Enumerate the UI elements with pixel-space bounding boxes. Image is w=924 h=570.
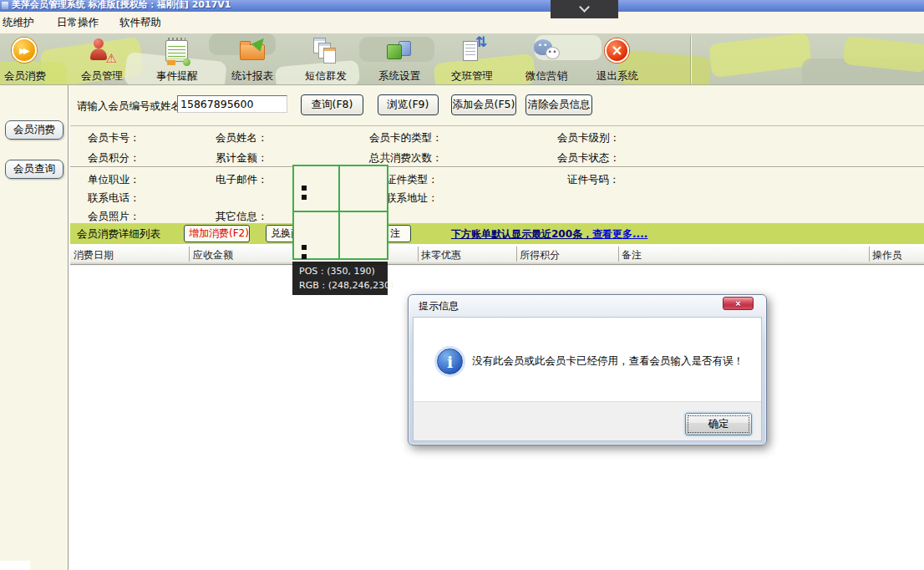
sms-stack-icon <box>310 36 342 68</box>
dialog-body: i 没有此会员或此会员卡已经停用，查看会员输入是否有误！ 确定 <box>413 317 762 441</box>
col-remark[interactable]: 备注 <box>622 248 642 262</box>
col-rounding-discount[interactable]: 抹零优惠 <box>421 248 461 262</box>
dialog-message: 没有此会员或此会员卡已经停用，查看会员输入是否有误！ <box>472 354 752 368</box>
toolbar-item-system-settings[interactable]: 系统设置 <box>366 33 433 85</box>
toolbar: ▶▶ 会员消费 ⚠ 会员管理 事件提醒 统计报表 <box>0 33 924 85</box>
window-icon <box>2 2 8 9</box>
menu-daily-operation[interactable]: 日常操作 <box>57 16 99 30</box>
dialog-close-button[interactable]: × <box>723 297 754 310</box>
label-photo: 会员照片： <box>88 210 140 224</box>
consumption-section-title: 会员消费详细列表 <box>77 227 160 242</box>
toolbar-item-exit-system[interactable]: × 退出系统 <box>584 33 651 85</box>
close-icon: × <box>723 298 753 309</box>
loupe-crosshair-vertical <box>338 166 340 258</box>
toolbar-item-label: 事件提醒 <box>144 69 211 84</box>
label-member-name: 会员姓名： <box>216 131 268 145</box>
toolbar-item-label: 微信营销 <box>513 69 580 84</box>
label-phone: 联系电话： <box>88 191 140 206</box>
col-operator[interactable]: 操作员 <box>872 248 902 262</box>
col-points-earned[interactable]: 所得积分 <box>520 248 560 262</box>
toolbar-item-sms-broadcast[interactable]: 短信群发 <box>292 33 359 85</box>
toolbar-item-label: 会员管理 <box>69 69 135 84</box>
message-dialog: 提示信息 × i 没有此会员或此会员卡已经停用，查看会员输入是否有误！ 确定 <box>408 294 767 445</box>
consumption-table-header: 消费日期 应收金额 抹零优惠 所得积分 备注 操作员 <box>70 244 924 265</box>
exit-icon: × <box>602 36 633 68</box>
toolbar-item-label: 退出系统 <box>584 69 651 84</box>
column-separator <box>418 247 419 262</box>
column-separator <box>516 247 517 262</box>
toolbar-item-label: 短信群发 <box>292 69 359 84</box>
ok-button[interactable]: 确定 <box>685 413 752 435</box>
column-separator <box>618 247 619 262</box>
toolbar-item-event-reminder[interactable]: 事件提醒 <box>144 33 211 85</box>
label-card-level: 会员卡级别： <box>557 131 620 145</box>
loupe-pixel <box>302 195 307 200</box>
toolbar-separator <box>691 35 692 84</box>
toolbar-item-shift-manage[interactable]: ⇅ 交班管理 <box>439 33 505 85</box>
shift-doc-icon: ⇅ <box>456 36 488 68</box>
sidebar-member-query-button[interactable]: 会员查询 <box>5 160 63 179</box>
system-boxes-icon <box>383 36 415 68</box>
toolbar-item-stats-report[interactable]: 统计报表 <box>219 33 286 85</box>
recent-bills-notice: 下方账单默认显示最近200条，查看更多.... <box>451 227 647 242</box>
label-other-info: 其它信息： <box>216 210 268 224</box>
label-consume-count: 总共消费次数： <box>369 151 443 165</box>
loupe-crosshair-horizontal <box>294 211 387 212</box>
member-search-input[interactable] <box>177 95 287 113</box>
search-label: 请输入会员编号或姓名 <box>77 99 181 114</box>
application-window: 美萍会员管理系统 标准版[授权给：福刚佳] 2017V1 统维护 日常操作 软件… <box>0 0 924 570</box>
label-card-status: 会员卡状态： <box>557 151 620 165</box>
toolbar-item-member-consume[interactable]: ▶▶ 会员消费 <box>0 33 50 85</box>
notepad-icon <box>161 36 193 68</box>
wechat-icon: •• •• <box>531 36 562 68</box>
loupe-pixel <box>302 254 307 259</box>
label-card-no: 会员卡号： <box>88 131 140 145</box>
toolbar-item-label: 会员消费 <box>0 69 50 84</box>
fast-forward-icon: ▶▶ <box>9 36 41 68</box>
label-id-number: 证件号码： <box>567 173 620 187</box>
view-more-link[interactable]: 查看更多.... <box>592 228 647 240</box>
toolbar-item-member-manage[interactable]: ⚠ 会员管理 <box>69 33 135 85</box>
sidebar-divider-highlight <box>69 85 70 570</box>
add-consume-button[interactable]: 增加消费(F2) <box>184 225 250 242</box>
label-occupation: 单位职业： <box>88 173 140 187</box>
sidebar-member-consume-button[interactable]: 会员消费 <box>5 120 63 140</box>
column-separator <box>869 247 870 262</box>
dialog-title: 提示信息 <box>419 299 459 313</box>
menu-bar: 统维护 日常操作 软件帮助 <box>0 12 924 33</box>
chevron-down-icon <box>579 2 590 13</box>
label-total-amount: 累计金额： <box>216 151 268 165</box>
column-separator <box>189 247 190 262</box>
info-icon: i <box>437 349 463 374</box>
col-consume-date[interactable]: 消费日期 <box>74 248 114 262</box>
toolbar-item-wechat-marketing[interactable]: •• •• 微信营销 <box>513 33 580 85</box>
bottom-left-patch <box>0 561 30 570</box>
magnifier-tooltip: POS：(350, 190) RGB：(248,246,230) <box>292 262 388 295</box>
toolbar-pattern-patch <box>708 33 812 78</box>
member-warning-icon: ⚠ <box>86 36 118 68</box>
add-member-button[interactable]: 添加会员(F5) <box>451 94 516 115</box>
loupe-pixel <box>302 186 307 191</box>
query-button[interactable]: 查询(F8) <box>301 94 363 115</box>
screenshot-toolbar-handle[interactable] <box>551 0 618 18</box>
magnifier-rgb-readout: RGB：(248,246,230) <box>299 278 388 293</box>
col-receivable[interactable]: 应收金额 <box>193 248 233 262</box>
label-address: 联系地址： <box>386 191 439 206</box>
magnifier-loupe <box>292 165 388 260</box>
loupe-pixel <box>302 245 307 250</box>
separator-line <box>70 166 924 167</box>
separator-line <box>70 125 924 126</box>
notice-text: 下方账单默认显示最近200条， <box>451 228 592 240</box>
magnifier-pos-readout: POS：(350, 190) <box>299 264 388 278</box>
clear-member-button[interactable]: 清除会员信息 <box>525 94 592 115</box>
toolbar-item-label: 系统设置 <box>366 69 433 84</box>
label-email: 电子邮件： <box>216 173 268 187</box>
label-points: 会员积分： <box>88 151 140 165</box>
toolbar-item-label: 统计报表 <box>219 69 286 84</box>
title-bar: 美萍会员管理系统 标准版[授权给：福刚佳] 2017V1 <box>0 0 924 12</box>
menu-system-maintain[interactable]: 统维护 <box>3 16 34 30</box>
toolbar-item-label: 交班管理 <box>439 69 505 84</box>
label-id-type: 证件类型： <box>386 173 439 187</box>
browse-button[interactable]: 浏览(F9) <box>378 94 439 115</box>
menu-software-help[interactable]: 软件帮助 <box>119 16 161 30</box>
